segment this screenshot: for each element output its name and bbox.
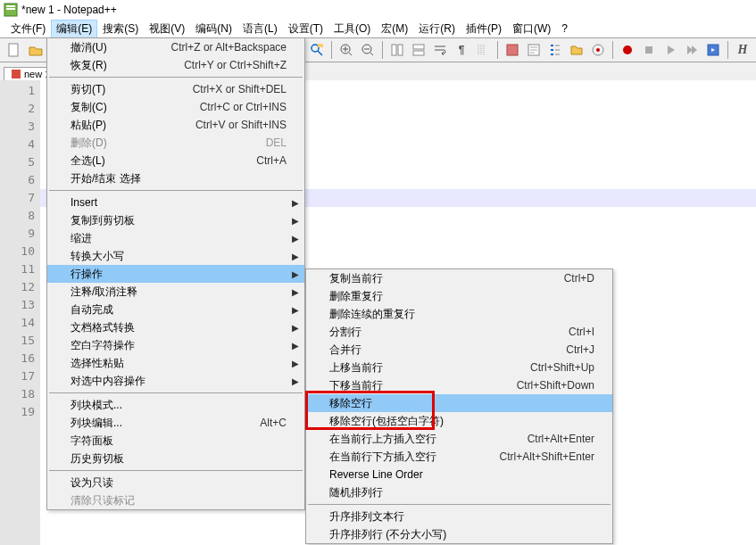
svg-rect-26 — [413, 45, 424, 49]
stop-macro-icon[interactable] — [640, 41, 658, 59]
menu-视图(V)[interactable]: 视图(V) — [144, 20, 190, 38]
open-file-icon[interactable] — [27, 41, 45, 59]
save-macro-icon[interactable] — [704, 41, 722, 59]
edit-menu-item[interactable]: 恢复(R)Ctrl+Y or Ctrl+Shift+Z — [47, 56, 304, 74]
line-number: 11 — [0, 260, 35, 278]
menu-设置(T)[interactable]: 设置(T) — [283, 20, 328, 38]
line-menu-item[interactable]: 随机排列行 — [306, 483, 612, 501]
line-number: 10 — [0, 243, 35, 260]
line-menu-item[interactable]: 删除重复行 — [306, 287, 612, 305]
indent-guide-icon[interactable] — [474, 41, 492, 59]
line-menu-item[interactable]: 在当前行上方插入空行Ctrl+Alt+Enter — [306, 430, 612, 448]
edit-menu-item: 删除(D)DEL — [47, 134, 304, 152]
menu-item-shortcut: Ctrl+Shift+Up — [509, 361, 594, 374]
monitor-icon[interactable] — [589, 41, 607, 59]
separator — [612, 41, 613, 59]
edit-menu-item[interactable]: 设为只读 — [47, 474, 304, 491]
svg-rect-3 — [9, 44, 18, 56]
line-number: 5 — [0, 153, 35, 171]
menu-item-label: 历史剪切板 — [71, 451, 287, 467]
lang-icon[interactable] — [503, 41, 521, 59]
line-number: 6 — [0, 171, 35, 189]
edit-menu-item[interactable]: 粘贴(P)Ctrl+V or Shift+INS — [47, 116, 304, 134]
menu-编辑(E)[interactable]: 编辑(E) — [51, 20, 97, 38]
menu-item-shortcut: Ctrl+V or Shift+INS — [174, 119, 287, 131]
menu-插件(P)[interactable]: 插件(P) — [461, 20, 507, 38]
submenu-arrow-icon: ▶ — [292, 234, 299, 244]
line-number: 18 — [0, 385, 35, 403]
zoom-in-icon[interactable] — [337, 41, 355, 59]
line-menu-item[interactable]: 删除连续的重复行 — [306, 305, 612, 323]
edit-menu-item[interactable]: 自动完成▶ — [47, 301, 304, 318]
wrap-icon[interactable] — [431, 41, 449, 59]
sync-v-icon[interactable] — [388, 41, 406, 59]
menu-宏(M)[interactable]: 宏(M) — [376, 20, 413, 38]
svg-point-20 — [312, 45, 319, 52]
separator — [382, 41, 383, 59]
line-number: 14 — [0, 314, 35, 332]
menu-工具(O)[interactable]: 工具(O) — [328, 20, 376, 38]
line-menu-item[interactable]: 上移当前行Ctrl+Shift+Up — [306, 359, 612, 376]
menu-窗口(W)[interactable]: 窗口(W) — [507, 20, 556, 38]
edit-menu-item[interactable]: 文档格式转换▶ — [47, 318, 304, 336]
menu-separator — [49, 190, 303, 191]
menu-?[interactable]: ? — [556, 21, 573, 37]
new-file-icon[interactable] — [5, 41, 23, 59]
edit-menu-item[interactable]: 缩进▶ — [47, 229, 304, 247]
folder-panel-icon[interactable] — [568, 41, 586, 59]
menu-item-shortcut: Ctrl+C or Ctrl+INS — [179, 101, 287, 113]
replace-icon[interactable] — [308, 41, 326, 59]
unsaved-indicator-icon — [12, 70, 21, 78]
line-menu-item[interactable]: 分割行Ctrl+I — [306, 323, 612, 341]
edit-menu-item[interactable]: 历史剪切板 — [47, 450, 304, 467]
menu-item-label: 合并行 — [329, 343, 544, 358]
edit-menu-item[interactable]: 注释/取消注释▶ — [47, 283, 304, 301]
svg-point-31 — [596, 48, 600, 52]
sync-h-icon[interactable] — [410, 41, 428, 59]
line-menu-item[interactable]: 移除空行(包括空白字符) — [306, 412, 612, 430]
bold-h-icon[interactable]: H — [734, 41, 752, 59]
line-menu-item[interactable]: 下移当前行Ctrl+Shift+Down — [306, 376, 612, 394]
line-menu-item[interactable]: Reverse Line Order — [306, 466, 612, 483]
record-macro-icon[interactable] — [619, 41, 636, 59]
line-menu-item[interactable]: 合并行Ctrl+J — [306, 341, 612, 359]
line-menu-item[interactable]: 升序排列文本行 — [306, 508, 612, 525]
play-macro-icon[interactable] — [661, 41, 679, 59]
menu-item-shortcut: Ctrl+Alt+Enter — [506, 433, 594, 445]
edit-menu-item[interactable]: 复制(C)Ctrl+C or Ctrl+INS — [47, 98, 304, 116]
line-menu-item[interactable]: 升序排列行 (不分大小写) — [306, 525, 612, 543]
edit-menu-item[interactable]: 空白字符操作▶ — [47, 336, 304, 354]
line-menu-item[interactable]: 复制当前行Ctrl+D — [306, 269, 612, 287]
doc-map-icon[interactable] — [525, 41, 543, 59]
edit-menu-item[interactable]: 转换大小写▶ — [47, 247, 304, 265]
play-multi-icon[interactable] — [683, 41, 701, 59]
edit-menu-item[interactable]: 对选中内容操作▶ — [47, 372, 304, 390]
edit-menu-item[interactable]: 开始/结束 选择 — [47, 169, 304, 187]
func-list-icon[interactable] — [546, 41, 564, 59]
edit-menu-item[interactable]: 列块编辑...Alt+C — [47, 414, 304, 432]
show-all-chars-icon[interactable]: ¶ — [453, 41, 470, 59]
menu-编码(N)[interactable]: 编码(N) — [190, 20, 237, 38]
line-menu-item[interactable]: 移除空行 — [306, 394, 612, 412]
menu-separator — [49, 77, 303, 78]
edit-menu-item[interactable]: 全选(L)Ctrl+A — [47, 152, 304, 169]
menu-搜索(S)[interactable]: 搜索(S) — [97, 20, 144, 38]
menu-语言(L)[interactable]: 语言(L) — [237, 20, 283, 38]
menu-文件(F)[interactable]: 文件(F) — [5, 20, 51, 38]
edit-menu-item[interactable]: 行操作▶ — [47, 265, 304, 283]
line-menu-item[interactable]: 在当前行下方插入空行Ctrl+Alt+Shift+Enter — [306, 448, 612, 466]
edit-menu-item[interactable]: 选择性粘贴▶ — [47, 354, 304, 372]
zoom-out-icon[interactable] — [359, 41, 377, 59]
menubar: 文件(F)编辑(E)搜索(S)视图(V)编码(N)语言(L)设置(T)工具(O)… — [0, 20, 756, 37]
edit-menu-item[interactable]: 字符面板 — [47, 432, 304, 450]
menu-运行(R)[interactable]: 运行(R) — [413, 20, 461, 38]
edit-menu-item[interactable]: 剪切(T)Ctrl+X or Shift+DEL — [47, 80, 304, 98]
edit-menu-item[interactable]: Insert▶ — [47, 194, 304, 211]
svg-rect-35 — [12, 70, 21, 78]
edit-menu-item[interactable]: 复制到剪切板▶ — [47, 211, 304, 229]
edit-menu-item[interactable]: 撤消(U)Ctrl+Z or Alt+Backspace — [47, 38, 304, 56]
line-number: 12 — [0, 278, 35, 296]
separator — [497, 41, 498, 59]
svg-rect-27 — [413, 51, 424, 55]
edit-menu-item[interactable]: 列块模式... — [47, 396, 304, 414]
